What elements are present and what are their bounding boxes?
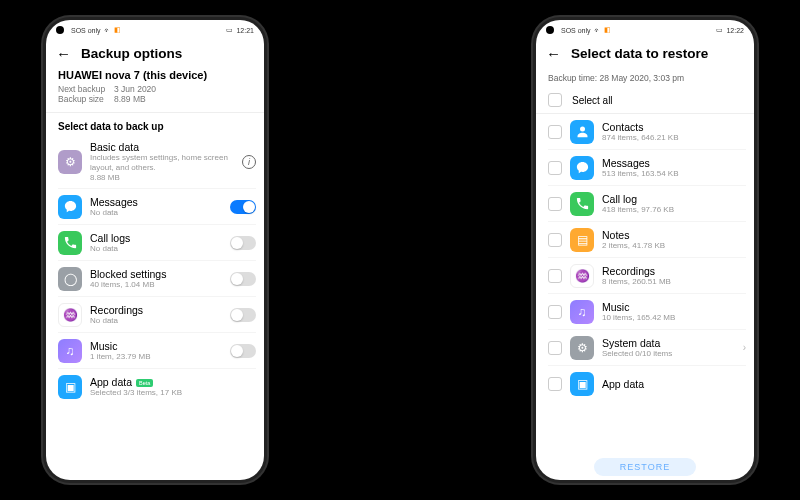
row-sub: 40 items, 1.04 MB	[90, 280, 222, 290]
status-bar: SOS onlyᯤ◧ ▭12:22	[536, 20, 754, 40]
row-checkbox[interactable]	[548, 125, 562, 139]
backup-options-screen: SOS onlyᯤ◧ ▭12:21 ← Backup options HUAWE…	[46, 20, 264, 480]
row-title: Notes	[602, 229, 746, 241]
app-data-icon: ▣	[58, 375, 82, 399]
row-checkbox[interactable]	[548, 377, 562, 391]
row-messages[interactable]: Messages No data	[58, 189, 256, 225]
row-checkbox[interactable]	[548, 161, 562, 175]
carrier-label: SOS only	[561, 27, 591, 34]
call-logs-toggle[interactable]	[230, 236, 256, 250]
chevron-right-icon: ›	[743, 342, 746, 353]
blocked-icon: ◯	[58, 267, 82, 291]
row-system-data[interactable]: ⚙ System data Selected 0/10 items ›	[548, 330, 746, 366]
row-title: Recordings	[90, 304, 222, 316]
row-title: Music	[602, 301, 746, 313]
signal-icon: ◧	[114, 26, 121, 34]
app-data-icon: ▣	[570, 372, 594, 396]
back-icon[interactable]: ←	[546, 46, 561, 61]
header: ← Select data to restore	[536, 40, 754, 69]
system-data-icon: ⚙	[570, 336, 594, 360]
row-title: Messages	[602, 157, 746, 169]
messages-toggle[interactable]	[230, 200, 256, 214]
row-title: Contacts	[602, 121, 746, 133]
row-checkbox[interactable]	[548, 341, 562, 355]
battery-icon: ▭	[716, 26, 723, 34]
clock-label: 12:22	[726, 27, 744, 34]
row-app-data[interactable]: ▣ App dataBeta Selected 3/3 items, 17 KB	[58, 369, 256, 405]
recordings-toggle[interactable]	[230, 308, 256, 322]
restore-list: Contacts 874 items, 646.21 KB Messages 5…	[536, 114, 754, 432]
backup-size-value: 8.89 MB	[114, 94, 146, 104]
backup-time-label: Backup time: 28 May 2020, 3:03 pm	[536, 69, 754, 89]
row-sub: 1 item, 23.79 MB	[90, 352, 222, 362]
section-title: Select data to back up	[46, 113, 264, 136]
row-call-logs[interactable]: Call logs No data	[58, 225, 256, 261]
restore-bar: RESTORE	[536, 456, 754, 476]
row-recordings[interactable]: ♒ Recordings No data	[58, 297, 256, 333]
next-backup-label: Next backup	[58, 84, 110, 94]
row-sub: Includes system settings, home screen la…	[90, 153, 234, 173]
wifi-icon: ᯤ	[594, 27, 601, 34]
battery-icon: ▭	[226, 26, 233, 34]
row-checkbox[interactable]	[548, 269, 562, 283]
restore-button[interactable]: RESTORE	[594, 458, 696, 476]
blocked-toggle[interactable]	[230, 272, 256, 286]
beta-badge: Beta	[136, 379, 153, 387]
row-checkbox[interactable]	[548, 197, 562, 211]
row-title: Basic data	[90, 141, 234, 153]
row-music[interactable]: ♫ Music 10 items, 165.42 MB	[548, 294, 746, 330]
row-title: Call logs	[90, 232, 222, 244]
row-notes[interactable]: ▤ Notes 2 items, 41.78 KB	[548, 222, 746, 258]
row-call-log[interactable]: Call log 418 items, 97.76 KB	[548, 186, 746, 222]
backup-size-label: Backup size	[58, 94, 110, 104]
header: ← Backup options	[46, 40, 264, 69]
row-sub: 874 items, 646.21 KB	[602, 133, 746, 143]
front-camera-icon	[546, 26, 554, 34]
status-bar: SOS onlyᯤ◧ ▭12:21	[46, 20, 264, 40]
row-title: Music	[90, 340, 222, 352]
row-music[interactable]: ♫ Music 1 item, 23.79 MB	[58, 333, 256, 369]
carrier-label: SOS only	[71, 27, 101, 34]
contacts-icon	[570, 120, 594, 144]
device-name: HUAWEI nova 7 (this device)	[58, 69, 252, 81]
row-title: Messages	[90, 196, 222, 208]
row-sub: 8 items, 260.51 MB	[602, 277, 746, 287]
page-title: Select data to restore	[571, 46, 708, 61]
row-sub: No data	[90, 316, 222, 326]
music-toggle[interactable]	[230, 344, 256, 358]
select-all-row[interactable]: Select all	[536, 89, 754, 114]
row-sub: 513 items, 163.54 KB	[602, 169, 746, 179]
row-sub: No data	[90, 244, 222, 254]
row-blocked-settings[interactable]: ◯ Blocked settings 40 items, 1.04 MB	[58, 261, 256, 297]
messages-icon	[570, 156, 594, 180]
svg-point-0	[580, 127, 585, 132]
backup-list: ⚙ Basic data Includes system settings, h…	[46, 136, 264, 405]
next-backup-value: 3 Jun 2020	[114, 84, 156, 94]
row-basic-data[interactable]: ⚙ Basic data Includes system settings, h…	[58, 136, 256, 189]
select-all-label: Select all	[572, 95, 613, 106]
row-messages[interactable]: Messages 513 items, 163.54 KB	[548, 150, 746, 186]
clock-label: 12:21	[236, 27, 254, 34]
info-icon[interactable]: i	[242, 155, 256, 169]
select-all-checkbox[interactable]	[548, 93, 562, 107]
row-recordings[interactable]: ♒ Recordings 8 items, 260.51 MB	[548, 258, 746, 294]
row-size: 8.88 MB	[90, 173, 234, 183]
row-title: System data	[602, 337, 735, 349]
music-icon: ♫	[570, 300, 594, 324]
settings-icon: ⚙	[58, 150, 82, 174]
row-sub: Selected 3/3 items, 17 KB	[90, 388, 256, 398]
restore-data-screen: SOS onlyᯤ◧ ▭12:22 ← Select data to resto…	[536, 20, 754, 480]
signal-icon: ◧	[604, 26, 611, 34]
row-checkbox[interactable]	[548, 305, 562, 319]
row-app-data[interactable]: ▣ App data	[548, 366, 746, 402]
back-icon[interactable]: ←	[56, 46, 71, 61]
front-camera-icon	[56, 26, 64, 34]
wifi-icon: ᯤ	[104, 27, 111, 34]
phone-icon	[570, 192, 594, 216]
recordings-icon: ♒	[58, 303, 82, 327]
notes-icon: ▤	[570, 228, 594, 252]
row-sub: 10 items, 165.42 MB	[602, 313, 746, 323]
row-checkbox[interactable]	[548, 233, 562, 247]
row-contacts[interactable]: Contacts 874 items, 646.21 KB	[548, 114, 746, 150]
row-sub: No data	[90, 208, 222, 218]
